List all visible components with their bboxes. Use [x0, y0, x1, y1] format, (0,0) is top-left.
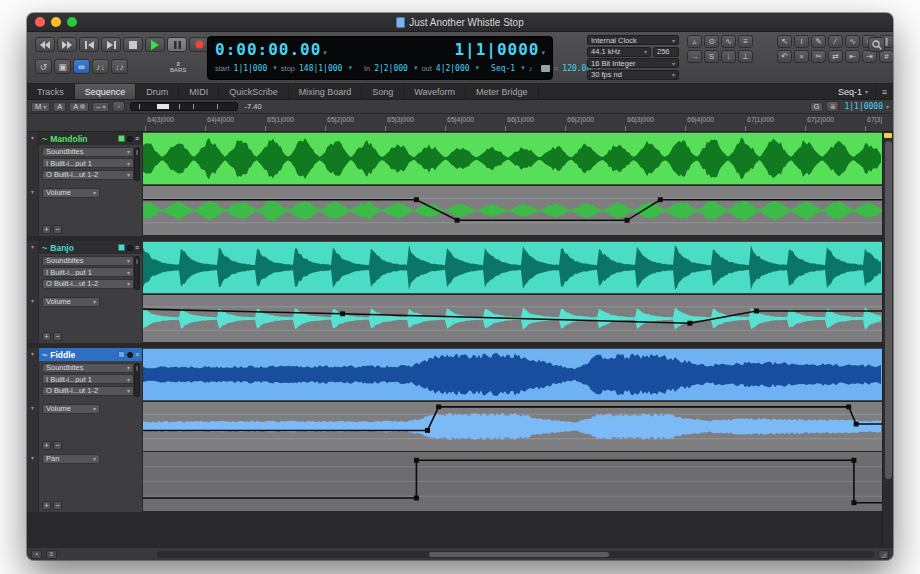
- line-tool-icon[interactable]: ∕: [828, 35, 843, 48]
- scissors-icon[interactable]: ✂: [811, 50, 826, 63]
- record-enable-icon[interactable]: [127, 352, 133, 358]
- anchor-icon[interactable]: ⊥: [738, 50, 753, 63]
- input-monitor-icon[interactable]: ↓: [721, 50, 736, 63]
- output-dropdown[interactable]: O Built-i...ut 1-2▾: [42, 279, 134, 289]
- lane-expander[interactable]: ▾: [27, 402, 39, 452]
- zoom-in-button[interactable]: +: [42, 441, 51, 450]
- undo-icon[interactable]: ↶: [777, 50, 792, 63]
- edit-position[interactable]: 1|1|0000: [844, 102, 883, 111]
- play-button[interactable]: [145, 37, 165, 52]
- lane-expander[interactable]: ▾: [27, 186, 39, 236]
- tab-meter-bridge[interactable]: Meter Bridge: [466, 84, 539, 99]
- sequence-selector[interactable]: Seq-1▾: [831, 84, 875, 99]
- bar-format-caret[interactable]: ▾: [541, 49, 545, 56]
- record-enable-icon[interactable]: [127, 245, 133, 251]
- main-counter[interactable]: 0:00:00.00: [215, 40, 321, 59]
- memory-cycle-icon[interactable]: ↺: [35, 59, 52, 74]
- soundbites-dropdown[interactable]: Soundbites▾: [42, 256, 134, 266]
- overview-thumb[interactable]: [157, 104, 169, 109]
- tab-mixing-board[interactable]: Mixing Board: [289, 84, 363, 99]
- tab-song[interactable]: Song: [362, 84, 404, 99]
- soundbites-dropdown[interactable]: Soundbites▾: [42, 363, 134, 373]
- automation-type-dropdown[interactable]: Volume▾: [42, 297, 100, 307]
- rewind-button[interactable]: [35, 37, 55, 52]
- track-title-mandolin[interactable]: ~ Mandolin ≡: [39, 132, 142, 145]
- tab-menu-icon[interactable]: ≡: [875, 84, 893, 99]
- sample-rate-dropdown[interactable]: 44.1 kHz▾: [587, 47, 651, 57]
- solo-icon[interactable]: S: [704, 50, 719, 63]
- tab-quickscribe[interactable]: QuickScribe: [219, 84, 289, 99]
- minimize-button[interactable]: [51, 17, 61, 27]
- start-value[interactable]: 1|1|000: [234, 64, 268, 73]
- input-dropdown[interactable]: I Built-i...put 1▾: [42, 267, 134, 277]
- search-icon[interactable]: [868, 37, 885, 52]
- window-titlebar[interactable]: Just Another Whistle Stop: [27, 13, 893, 32]
- output-dropdown[interactable]: O Built-i...ut 1-2▾: [42, 170, 134, 180]
- soundbites-dropdown[interactable]: Soundbites▾: [42, 147, 134, 157]
- mini-menu-icon[interactable]: ≡: [46, 550, 57, 559]
- record-enable-icon[interactable]: [127, 136, 133, 142]
- audible-mode-button[interactable]: A: [53, 102, 66, 112]
- reshape-tool-icon[interactable]: ∿: [845, 35, 860, 48]
- automation-type-dropdown[interactable]: Pan▾: [42, 454, 100, 464]
- bit-depth-dropdown[interactable]: 16 Bit Integer▾: [587, 58, 679, 68]
- soundbite-lane-mandolin[interactable]: [143, 132, 882, 186]
- horizontal-scrollbar-thumb[interactable]: [429, 552, 608, 557]
- audition-wave-icon[interactable]: ∿: [721, 35, 736, 48]
- track-menu-icon[interactable]: ≡: [135, 135, 139, 142]
- lane-expander[interactable]: ▾: [27, 452, 39, 512]
- soundbite-lane-fiddle[interactable]: [143, 348, 882, 402]
- soundbite-lane-banjo[interactable]: [143, 241, 882, 295]
- close-button[interactable]: [35, 17, 45, 27]
- output-dropdown[interactable]: O Built-i...ut 1-2▾: [42, 386, 134, 396]
- input-dropdown[interactable]: I Built-i...put 1▾: [42, 158, 134, 168]
- metronome-icon[interactable]: ▵: [687, 35, 702, 48]
- volume-lane-banjo[interactable]: [143, 295, 882, 343]
- zoom-out-button[interactable]: −: [53, 441, 62, 450]
- tab-drum[interactable]: Drum: [136, 84, 179, 99]
- stop-button[interactable]: [123, 37, 143, 52]
- timeline-ruler[interactable]: 64|3|00064|4|00065|1|00065|2|00065|3|000…: [27, 114, 893, 132]
- automation-type-dropdown[interactable]: Volume▾: [42, 404, 100, 414]
- bar-beat-counter[interactable]: 1|1|0000: [454, 40, 539, 59]
- track-expander-fiddle[interactable]: ▾: [27, 348, 39, 402]
- delete-icon[interactable]: ×: [794, 50, 809, 63]
- tab-sequence[interactable]: Sequence: [75, 84, 137, 99]
- pointer-tool-icon[interactable]: ↖: [777, 35, 792, 48]
- return-to-start-button[interactable]: [79, 37, 99, 52]
- lane-expander[interactable]: ▾: [27, 295, 39, 343]
- zoom-button[interactable]: [67, 17, 77, 27]
- shift-left-icon[interactable]: ⇤: [845, 50, 860, 63]
- tempo-slider[interactable]: [536, 65, 538, 71]
- mute-button[interactable]: M▾: [31, 102, 50, 112]
- zoom-out-button[interactable]: −: [53, 225, 62, 234]
- automation-type-dropdown[interactable]: Volume▾: [42, 188, 100, 198]
- tab-midi[interactable]: MIDI: [179, 84, 219, 99]
- meter-icon[interactable]: ≡: [738, 35, 753, 48]
- zoom-out-button[interactable]: −: [53, 332, 62, 341]
- track-expander-banjo[interactable]: ▾: [27, 241, 39, 295]
- clock-source-dropdown[interactable]: Internal Clock▾: [587, 35, 679, 45]
- zoom-in-button[interactable]: +: [42, 332, 51, 341]
- punch-arrow-icon[interactable]: →: [687, 50, 702, 63]
- auto-scroll-toggle[interactable]: A: [69, 102, 89, 112]
- lock-icon[interactable]: ▪: [31, 550, 42, 559]
- sequence-selector-lcd[interactable]: Seq-1: [491, 64, 515, 73]
- go-to-end-button[interactable]: [101, 37, 121, 52]
- wait-note-icon[interactable]: ♪↓: [92, 59, 109, 74]
- memory-bars[interactable]: 2BARS: [167, 59, 186, 75]
- marker-flag[interactable]: [884, 133, 892, 138]
- level-meter-icon[interactable]: ≣: [826, 101, 839, 112]
- vertical-scrollbar[interactable]: [882, 132, 893, 547]
- zoom-in-button[interactable]: +: [42, 501, 51, 510]
- link-selection-icon[interactable]: ∞: [73, 59, 90, 74]
- clock-icon[interactable]: ⊙: [704, 35, 719, 48]
- pause-button[interactable]: [167, 37, 187, 52]
- track-color-swatch[interactable]: [118, 244, 125, 251]
- frame-rate-dropdown[interactable]: 30 fps nd▾: [587, 70, 679, 80]
- tempo-slider-thumb[interactable]: [541, 65, 550, 72]
- pan-lane-fiddle[interactable]: [143, 452, 882, 512]
- track-menu-icon[interactable]: ≡: [135, 351, 139, 358]
- vertical-scrollbar-thumb[interactable]: [885, 141, 892, 479]
- zoom-out-button[interactable]: −: [53, 501, 62, 510]
